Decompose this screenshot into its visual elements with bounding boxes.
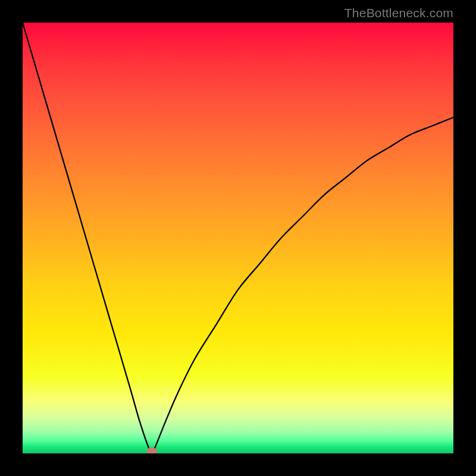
optimal-point-marker bbox=[146, 447, 157, 453]
bottleneck-curve bbox=[23, 23, 453, 453]
curve-layer bbox=[23, 23, 453, 453]
chart-container: TheBottleneck.com bbox=[0, 0, 476, 476]
watermark: TheBottleneck.com bbox=[345, 6, 453, 20]
